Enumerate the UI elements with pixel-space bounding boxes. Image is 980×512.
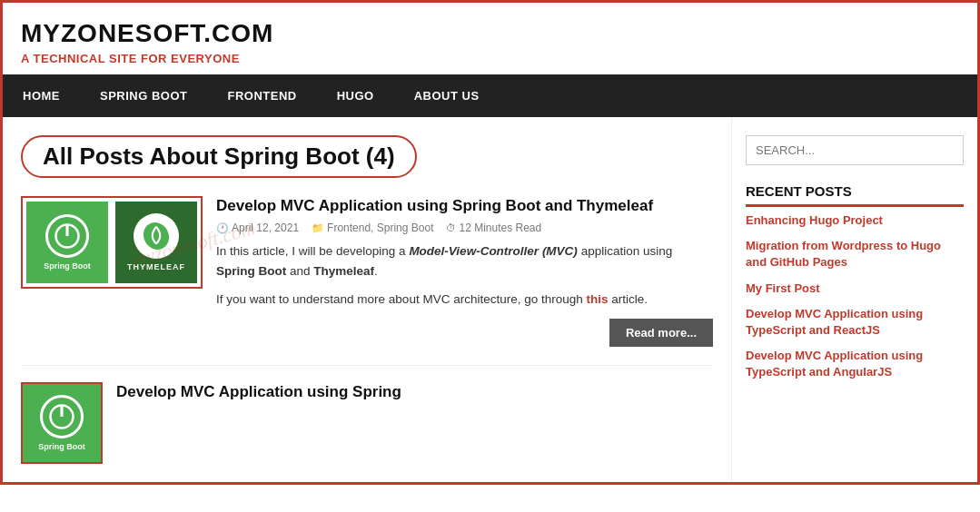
site-tagline: A TECHNICAL SITE FOR EVERYONE <box>21 52 959 65</box>
post-title-2: Develop MVC Application using Spring <box>21 382 713 402</box>
recent-post-3[interactable]: My First Post <box>746 281 964 297</box>
recent-post-1[interactable]: Enhancing Hugo Project <box>746 212 964 229</box>
post-card-2: Spring Boot Develop MVC Application usin… <box>21 365 713 464</box>
spring-boot-image: Spring Boot <box>26 202 108 283</box>
this-link[interactable]: this <box>586 292 608 306</box>
nav-frontend[interactable]: FRONTEND <box>208 74 317 117</box>
spring-boot-icon-2 <box>40 395 84 438</box>
site-title: MYZONESOFT.COM <box>21 19 959 48</box>
clock-icon <box>216 222 229 234</box>
site-header: MYZONESOFT.COM A TECHNICAL SITE FOR EVER… <box>3 3 977 74</box>
nav-spring-boot[interactable]: SPRING BOOT <box>80 74 208 117</box>
folder-icon <box>312 222 324 234</box>
post-images: Spring Boot THYMELEAF <box>21 196 203 289</box>
content-wrap: All Posts About Spring Boot (4) Spring B… <box>3 117 977 482</box>
nav-home[interactable]: HOME <box>3 74 80 117</box>
spring-boot-image-2: Spring Boot <box>21 382 103 464</box>
recent-posts-heading: RECENT POSTS <box>746 183 964 207</box>
nav-hugo[interactable]: HUGO <box>317 74 394 117</box>
time-icon <box>446 222 456 233</box>
post-categories: Frontend, Spring Boot <box>312 222 433 234</box>
thymeleaf-icon <box>134 213 179 259</box>
thymeleaf-image: THYMELEAF <box>115 202 197 283</box>
thymeleaf-label: THYMELEAF <box>127 262 185 271</box>
sidebar: RECENT POSTS Enhancing Hugo Project Migr… <box>732 117 977 482</box>
post-read-time: 12 Minutes Read <box>446 222 541 234</box>
power-icon-2 <box>48 403 75 430</box>
main-content: All Posts About Spring Boot (4) Spring B… <box>3 117 732 482</box>
main-nav: HOME SPRING BOOT FRONTEND HUGO ABOUT US <box>3 74 977 117</box>
thymeleaf-leaf-icon <box>141 221 172 251</box>
spring-label-2: Spring Boot <box>38 442 85 451</box>
recent-post-4[interactable]: Develop MVC Application using TypeScript… <box>746 306 964 339</box>
power-icon <box>54 222 81 250</box>
post-card: Spring Boot THYMELEAF myzonesoft.com <box>21 196 713 347</box>
spring-label: Spring Boot <box>44 261 91 271</box>
nav-about-us[interactable]: ABOUT US <box>394 74 500 117</box>
post-excerpt-line2: If you want to understand more about MVC… <box>21 290 713 310</box>
spring-boot-icon <box>45 214 89 258</box>
page-heading: All Posts About Spring Boot (4) <box>21 135 417 178</box>
recent-post-5[interactable]: Develop MVC Application using TypeScript… <box>746 348 964 380</box>
post-meta: April 12, 2021 Frontend, Spring Boot 12 … <box>216 222 713 234</box>
svg-point-2 <box>141 221 172 251</box>
search-input[interactable] <box>746 135 964 165</box>
post-date: April 12, 2021 <box>216 222 299 234</box>
recent-post-2[interactable]: Migration from Wordpress to Hugo and Git… <box>746 238 964 271</box>
read-more-button[interactable]: Read more... <box>609 319 713 347</box>
